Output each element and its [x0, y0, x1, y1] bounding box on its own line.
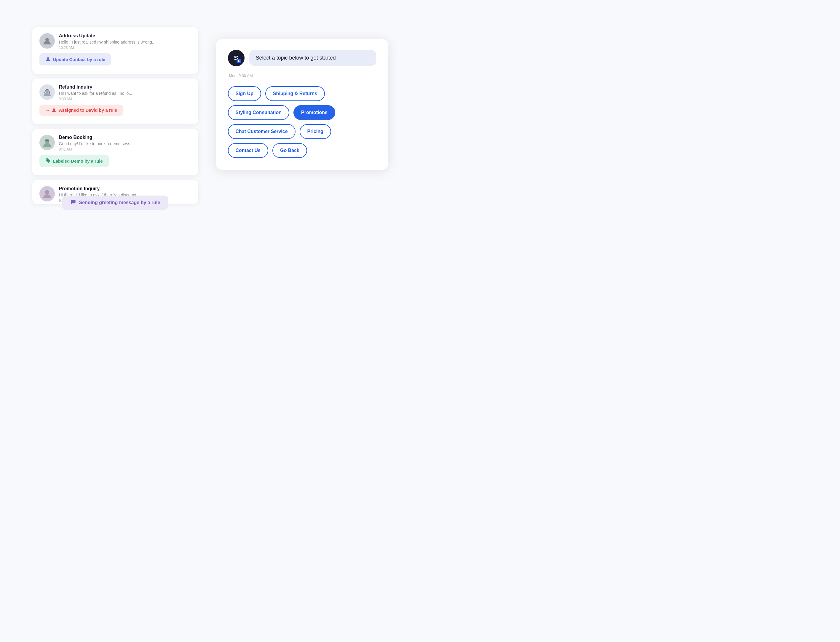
svg-rect-4 — [49, 92, 50, 93]
topic-row-3: Chat Customer Service Pricing — [228, 124, 376, 139]
badge-row-refund: → Assigned to David by a rule — [32, 102, 198, 124]
message-icon — [70, 199, 76, 205]
topic-btn-pricing[interactable]: Pricing — [300, 124, 331, 139]
left-panel: Address Update Hello!! I just realised m… — [32, 27, 198, 209]
topic-row-4: Contact Us Go Back — [228, 143, 376, 158]
conv-title-promotion: Promotion Inquiry — [59, 186, 191, 191]
contact-icon — [45, 56, 51, 62]
badge-text-demo: Labeled Demo by a rule — [53, 159, 103, 164]
badge-text-address: Update Contact by a rule — [53, 57, 106, 62]
svg-rect-7 — [45, 139, 49, 141]
svg-point-8 — [46, 159, 47, 159]
conv-content-address-update: Address Update Hello!! I just realised m… — [59, 33, 191, 50]
badge-icon-address — [45, 56, 51, 63]
headset-avatar-icon — [43, 88, 52, 97]
chat-bubble-icon — [70, 199, 76, 206]
topic-row-1: Sign Up Shipping & Returns — [228, 86, 376, 101]
rule-badge-refund: → Assigned to David by a rule — [39, 105, 123, 116]
topic-grid: Sign Up Shipping & Returns Styling Consu… — [228, 86, 376, 158]
chat-bot-avatar: S — [228, 50, 245, 66]
chat-avatar-letter: S — [234, 54, 238, 62]
label-icon — [45, 158, 51, 164]
chat-timestamp: Mon, 9:30 AM — [228, 73, 376, 78]
scene: Address Update Hello!! I just realised m… — [32, 27, 388, 294]
floating-badge-text: Sending greeting message by a rule — [79, 200, 160, 205]
topic-btn-styling-consultation[interactable]: Styling Consultation — [228, 105, 289, 120]
conv-title-demo: Demo Booking — [59, 135, 191, 140]
conv-time-refund: 9:30 AM — [59, 97, 191, 101]
arrow-icon — [237, 60, 240, 62]
person-icon — [43, 37, 51, 45]
woman-avatar-icon — [43, 189, 52, 198]
avatar-refund — [39, 84, 55, 100]
chat-message-bubble: Select a topic below to get started — [249, 50, 376, 66]
arrow-person-icon: → — [45, 107, 57, 113]
badge-row-address-update: Update Contact by a rule — [32, 51, 198, 74]
topic-btn-go-back[interactable]: Go Back — [272, 143, 307, 158]
bot-indicator — [237, 59, 240, 63]
conv-time-demo: 8:41 AM — [59, 147, 191, 151]
topic-btn-shipping-returns[interactable]: Shipping & Returns — [265, 86, 325, 101]
avatar-address-update — [39, 33, 55, 49]
conv-preview-demo: Good day! I'd like to book a demo sess..… — [59, 141, 191, 146]
floating-rule-badge-promotion: Sending greeting message by a rule — [62, 196, 169, 210]
topic-btn-sign-up[interactable]: Sign Up — [228, 86, 261, 101]
topic-row-2: Styling Consultation Promotions — [228, 105, 376, 120]
conv-title-refund: Refund Inquiry — [59, 84, 191, 90]
rule-badge-address-update: Update Contact by a rule — [39, 54, 111, 65]
chat-header: S Select a topic below to get started — [228, 50, 376, 66]
conv-time-address-update: 10:23 AM — [59, 45, 191, 50]
right-panel-chat-widget: S Select a topic below to get started Mo… — [216, 39, 388, 170]
assign-person-icon — [51, 107, 57, 113]
conversation-address-update[interactable]: Address Update Hello!! I just realised m… — [32, 27, 198, 74]
conversation-demo-booking[interactable]: Demo Booking Good day! I'd like to book … — [32, 129, 198, 175]
svg-rect-3 — [44, 92, 45, 93]
badge-text-refund: Assigned to David by a rule — [59, 107, 117, 113]
conv-content-refund: Refund Inquiry Hi! I want to ask for a r… — [59, 84, 191, 101]
rule-badge-demo: Labeled Demo by a rule — [39, 155, 109, 167]
topic-btn-promotions[interactable]: Promotions — [293, 105, 335, 120]
tag-icon — [45, 158, 51, 163]
chat-bubble-text: Select a topic below to get started — [256, 55, 336, 61]
conv-preview-address-update: Hello!! I just realised my shipping addr… — [59, 40, 191, 44]
avatar-demo — [39, 135, 55, 150]
conv-title-address-update: Address Update — [59, 33, 191, 39]
conv-preview-refund: Hi! I want to ask for a refund as I no l… — [59, 91, 191, 96]
avatar-promotion — [39, 186, 55, 201]
badge-row-demo: Labeled Demo by a rule — [32, 152, 198, 175]
topic-btn-chat-customer-service[interactable]: Chat Customer Service — [228, 124, 296, 139]
svg-point-1 — [47, 57, 49, 59]
man-avatar-icon — [43, 138, 52, 147]
conversation-promotion-wrapper: Promotion Inquiry Hi there! I'd like to … — [32, 180, 198, 204]
conversation-refund-inquiry[interactable]: Refund Inquiry Hi! I want to ask for a r… — [32, 78, 198, 124]
topic-btn-contact-us[interactable]: Contact Us — [228, 143, 268, 158]
svg-point-5 — [53, 109, 55, 110]
conv-content-demo: Demo Booking Good day! I'd like to book … — [59, 135, 191, 151]
